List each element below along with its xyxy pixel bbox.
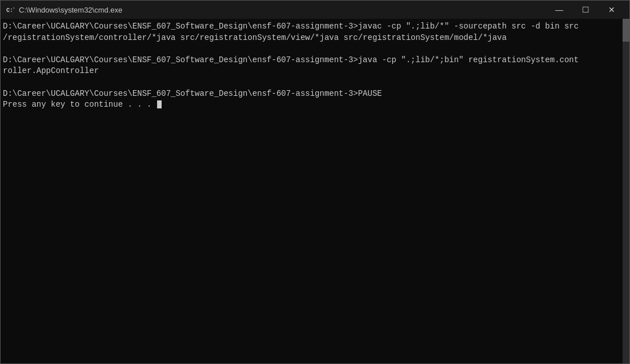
- scrollbar[interactable]: [623, 19, 629, 363]
- svg-text:C:\: C:\: [6, 7, 14, 14]
- terminal-line-2: D:\Career\UCALGARY\Courses\ENSF_607_Soft…: [3, 55, 627, 77]
- cmd-window: C:\ C:\Windows\system32\cmd.exe — ☐ ✕ D:…: [0, 0, 630, 364]
- title-bar-left: C:\ C:\Windows\system32\cmd.exe: [5, 5, 122, 14]
- window-controls: — ☐ ✕: [546, 1, 625, 19]
- terminal-content: D:\Career\UCALGARY\Courses\ENSF_607_Soft…: [1, 19, 629, 363]
- terminal-line-1: D:\Career\UCALGARY\Courses\ENSF_607_Soft…: [3, 21, 627, 43]
- terminal-line-4: Press any key to continue . . .: [3, 99, 627, 111]
- cmd-icon: C:\: [5, 5, 14, 14]
- close-button[interactable]: ✕: [599, 1, 625, 19]
- minimize-button[interactable]: —: [546, 1, 572, 19]
- scrollbar-thumb[interactable]: [623, 19, 629, 42]
- terminal-line-3: D:\Career\UCALGARY\Courses\ENSF_607_Soft…: [3, 88, 627, 100]
- title-bar: C:\ C:\Windows\system32\cmd.exe — ☐ ✕: [1, 1, 629, 19]
- blank-line-1: [3, 43, 627, 55]
- cursor: [157, 100, 162, 108]
- maximize-button[interactable]: ☐: [572, 1, 599, 19]
- window-title: C:\Windows\system32\cmd.exe: [19, 6, 122, 14]
- blank-line-2: [3, 77, 627, 88]
